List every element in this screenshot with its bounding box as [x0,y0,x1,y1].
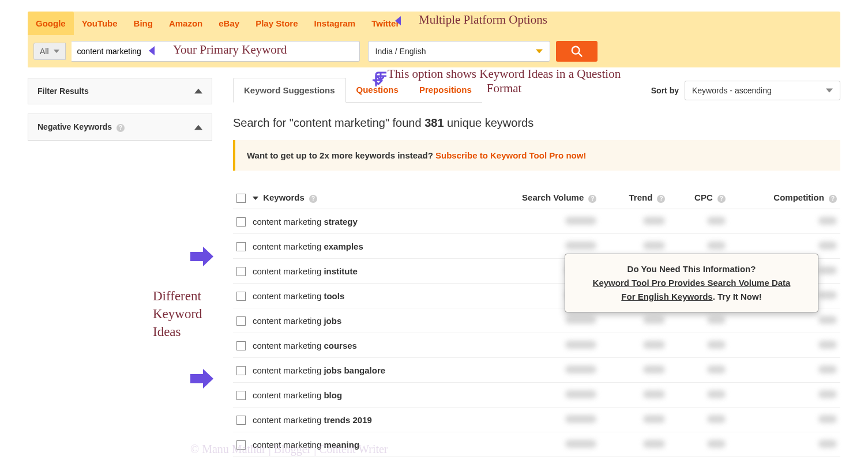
cpc-cell [668,358,728,383]
svg-point-0 [572,47,579,54]
sort-by-label: Sort by [651,86,679,95]
competition-cell [729,408,840,432]
col-trend[interactable]: Trend ? [600,187,668,209]
col-cpc[interactable]: CPC ? [668,187,728,209]
search-volume-cell [471,432,600,457]
filter-results-panel[interactable]: Filter Results [28,78,212,104]
platform-tab-youtube[interactable]: YouTube [74,12,126,35]
table-row: content marketing blog [233,383,840,408]
platform-tab-twitter[interactable]: Twitter [363,12,407,35]
keyword-cell: content marketing courses [249,333,471,358]
svg-line-1 [578,53,581,56]
table-row: content marketing courses [233,333,840,358]
help-icon: ? [717,195,726,203]
keyword-cell: content marketing institute [249,259,471,284]
table-row: content marketing jobs bangalore [233,358,840,383]
chevron-up-icon [194,87,202,95]
trend-cell [600,383,668,408]
help-icon: ? [829,195,837,203]
trend-cell [600,432,668,457]
search-volume-cell [471,209,600,234]
table-row: content marketing strategy [233,209,840,234]
tooltip-line2: Keyword Tool Pro Provides Search Volume … [593,278,791,288]
row-checkbox[interactable] [236,242,246,251]
watermark: © Manu Mathur | Blogger | Content Writer [190,443,388,456]
chevron-up-icon [194,123,202,131]
row-checkbox[interactable] [236,267,246,276]
row-checkbox[interactable] [236,416,246,425]
search-volume-cell [471,408,600,432]
help-icon: ? [588,195,596,203]
result-tab-prepositions[interactable]: Prepositions [409,78,482,102]
tooltip-line1: Do You Need This Information? [580,262,803,276]
competition-cell [729,358,840,383]
row-checkbox[interactable] [236,217,246,227]
col-search-volume[interactable]: Search Volume ? [471,187,600,209]
tooltip-line3b: . Try It Now! [713,292,762,301]
competition-cell [729,333,840,358]
row-checkbox[interactable] [236,341,246,350]
pro-tooltip[interactable]: Do You Need This Information? Keyword To… [565,254,818,312]
negative-keywords-panel[interactable]: Negative Keywords ? [28,114,212,141]
help-icon: ? [117,124,125,132]
keyword-cell: content marketing jobs bangalore [249,358,471,383]
select-all-checkbox[interactable] [236,194,246,203]
keyword-cell: content marketing blog [249,383,471,408]
promo-text: Want to get up to 2x more keywords inste… [247,150,435,160]
search-volume-cell [471,383,600,408]
promo-link[interactable]: Subscribe to Keyword Tool Pro now! [435,150,586,160]
keyword-cell: content marketing tools [249,284,471,308]
chevron-down-icon [536,48,543,55]
negative-keywords-label: Negative Keywords [37,122,112,131]
competition-cell [729,209,840,234]
cpc-cell [668,333,728,358]
row-checkbox[interactable] [236,366,246,375]
search-icon [570,45,583,58]
row-checkbox[interactable] [236,391,246,400]
platform-tab-bing[interactable]: Bing [126,12,161,35]
help-icon: ? [309,195,317,203]
promo-banner: Want to get up to 2x more keywords inste… [233,140,840,171]
help-icon: ? [657,195,665,203]
col-competition[interactable]: Competition ? [729,187,840,209]
cpc-cell [668,209,728,234]
location-label: India / English [375,47,426,56]
platform-tab-google[interactable]: Google [28,12,74,35]
platform-tab-play-store[interactable]: Play Store [247,12,306,35]
platform-tab-amazon[interactable]: Amazon [161,12,211,35]
chevron-down-icon [826,87,833,94]
all-type-select[interactable]: All [33,43,66,60]
platform-tab-ebay[interactable]: eBay [211,12,247,35]
trend-cell [600,209,668,234]
result-tab-keyword-suggestions[interactable]: Keyword Suggestions [233,78,346,103]
trend-cell [600,408,668,432]
search-volume-cell [471,333,600,358]
row-checkbox[interactable] [236,292,246,301]
location-select[interactable]: India / English [368,41,550,62]
search-volume-cell [471,358,600,383]
cpc-cell [668,432,728,457]
trend-cell [600,333,668,358]
col-keywords[interactable]: Keywords ? [249,187,471,209]
filter-results-label: Filter Results [37,86,89,96]
keyword-cell: content marketing jobs [249,308,471,333]
sort-value: Keywords - ascending [692,86,772,95]
result-tab-questions[interactable]: Questions [346,78,409,102]
search-button[interactable] [556,41,598,62]
trend-cell [600,358,668,383]
sort-select[interactable]: Keywords - ascending [685,81,840,100]
keyword-cell: content marketing trends 2019 [249,408,471,432]
platform-tab-instagram[interactable]: Instagram [306,12,364,35]
table-row: content marketing trends 2019 [233,408,840,432]
keyword-input[interactable] [72,41,360,62]
cpc-cell [668,408,728,432]
competition-cell [729,383,840,408]
keyword-cell: content marketing examples [249,234,471,259]
row-checkbox[interactable] [236,316,246,326]
results-summary: Search for "content marketing" found 381… [233,116,840,130]
tooltip-line3a: For English Keywords [621,292,712,301]
competition-cell [729,432,840,457]
chevron-down-icon [54,48,59,54]
cpc-cell [668,383,728,408]
sort-desc-icon [253,195,258,201]
